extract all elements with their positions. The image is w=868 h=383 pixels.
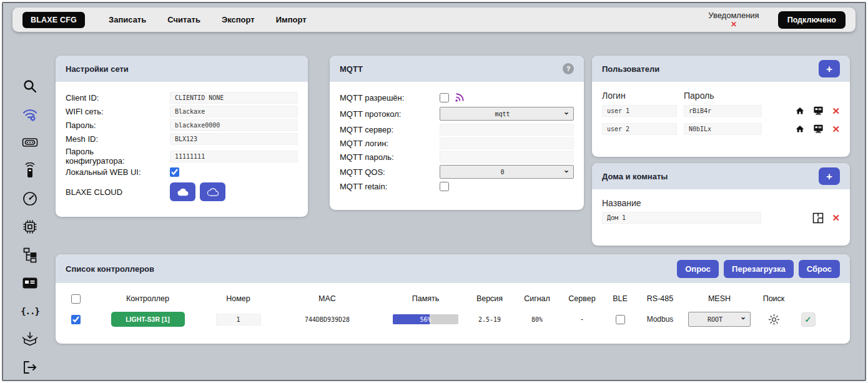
ble-checkbox[interactable] (616, 315, 625, 324)
poll-button[interactable]: Опрос (677, 260, 719, 278)
col-mac: MAC (268, 294, 387, 303)
password-column-header: Пароль (684, 91, 767, 101)
password-input[interactable] (170, 119, 298, 131)
mqtt-login-label: MQTT логин: (340, 139, 438, 148)
wifi-input[interactable] (170, 106, 298, 117)
network-settings-card: Настройки сети Client ID: WIFI сеть: Пар… (56, 56, 308, 217)
delete-user-icon[interactable]: ✕ (832, 124, 840, 134)
cfg-password-input[interactable] (170, 151, 298, 162)
monitor-icon[interactable] (813, 106, 824, 116)
mqtt-protocol-row: MQTT протокол: mqtt (340, 107, 574, 121)
client-id-input[interactable] (170, 92, 298, 104)
mesh-id-input[interactable] (170, 133, 298, 145)
add-home-button[interactable]: + (819, 167, 840, 185)
online-check-icon[interactable]: ✓ (801, 312, 816, 327)
mqtt-password-input[interactable] (440, 151, 574, 163)
monitor-icon[interactable] (813, 124, 824, 134)
mqtt-enabled-label: MQTT разрешён: (340, 93, 438, 102)
mqtt-qos-label: MQTT QOS: (340, 167, 438, 177)
logout-icon[interactable] (22, 359, 38, 376)
controller-row: LIGHT-S3R [1] 1 744DBD939D28 56% 2.5-19 … (64, 308, 841, 331)
main-menu: Записать Считать Экспорт Импорт (109, 15, 307, 24)
delete-user-icon[interactable]: ✕ (832, 106, 840, 116)
memory-progress-bar: 56% (393, 314, 458, 324)
floorplan-icon[interactable] (812, 212, 824, 224)
home-name-input[interactable] (602, 212, 761, 224)
wifi-label: WIFI сеть: (66, 107, 147, 116)
add-user-button[interactable]: + (819, 60, 840, 77)
col-server: Сервер (560, 294, 604, 303)
search-icon[interactable] (22, 78, 38, 94)
mqtt-login-row: MQTT логин: (340, 137, 574, 149)
homes-card-body: Название ✕ (592, 189, 850, 237)
user-row: ✕ (602, 104, 840, 117)
menu-item-read[interactable]: Считать (167, 15, 200, 24)
mesh-select[interactable]: ROOT (688, 312, 751, 327)
remote-control-icon[interactable] (22, 162, 38, 179)
brand-badge: BLAXE CFG (22, 12, 85, 28)
menu-item-write[interactable]: Записать (109, 15, 146, 24)
wifi-row: WIFI сеть: (66, 106, 298, 117)
device-tree-icon[interactable] (22, 247, 38, 263)
notifications-close-icon[interactable]: ✕ (731, 20, 737, 29)
reset-button[interactable]: Сброс (799, 260, 840, 278)
user-password-input[interactable] (684, 123, 762, 135)
network-card-body: Client ID: WIFI сеть: Пароль: Mesh ID: П… (56, 82, 308, 211)
memory-label: 56% (393, 314, 458, 324)
web-ui-checkbox[interactable] (170, 167, 179, 177)
mqtt-login-input[interactable] (440, 137, 574, 149)
homes-table-header: Название (602, 198, 840, 208)
chip-icon[interactable] (22, 219, 38, 235)
user-login-input[interactable] (602, 105, 677, 117)
menu-item-export[interactable]: Экспорт (222, 15, 255, 24)
name-column-header: Название (602, 198, 641, 208)
users-card-title: Пользователи (602, 64, 659, 74)
users-card: Пользователи + Логин Пароль ✕ (592, 56, 850, 157)
home-icon[interactable] (795, 124, 805, 134)
mqtt-retain-row: MQTT retain: (340, 182, 574, 191)
cloud-filled-icon (175, 187, 190, 197)
homes-card-title: Дома и комнаты (602, 172, 668, 181)
display-card-icon[interactable] (22, 275, 38, 291)
mqtt-password-row: MQTT пароль: (340, 151, 574, 163)
mqtt-retain-checkbox[interactable] (440, 182, 449, 191)
mqtt-server-input[interactable] (440, 124, 574, 136)
search-blink-icon[interactable] (768, 314, 780, 326)
wifi-settings-icon[interactable] (22, 106, 38, 122)
help-icon[interactable]: ? (563, 63, 574, 74)
select-all-checkbox[interactable] (71, 294, 81, 304)
menu-item-import[interactable]: Импорт (276, 15, 307, 24)
controller-signal: 80% (515, 316, 560, 323)
controllers-table-header: Контроллер Номер MAC Память Версия Сигна… (64, 289, 841, 308)
mqtt-protocol-label: MQTT протокол: (340, 109, 438, 119)
gauge-icon[interactable] (22, 191, 38, 207)
web-ui-row: Локальный WEB UI: (66, 167, 298, 177)
sidebar: {..} (19, 78, 41, 376)
col-signal: Сигнал (515, 294, 560, 303)
serial-port-icon[interactable] (22, 134, 38, 151)
controller-name-button[interactable]: LIGHT-S3R [1] (111, 312, 185, 327)
password-row: Пароль: (66, 119, 298, 131)
mqtt-retain-label: MQTT retain: (340, 182, 438, 191)
user-login-input[interactable] (602, 123, 677, 135)
mqtt-qos-select[interactable]: 0 (440, 165, 574, 179)
controller-number[interactable]: 1 (216, 314, 261, 326)
homes-card-header: Дома и комнаты + (592, 163, 850, 189)
col-rs485: RS-485 (636, 294, 684, 303)
cloud-filled-button[interactable] (170, 182, 195, 201)
firmware-box-icon[interactable] (22, 331, 38, 347)
mqtt-protocol-select[interactable]: mqtt (440, 107, 574, 121)
json-braces-icon[interactable]: {..} (22, 303, 38, 319)
mqtt-enabled-checkbox[interactable] (440, 93, 449, 102)
reboot-button[interactable]: Перезагрузка (724, 260, 794, 278)
top-bar: BLAXE CFG Записать Считать Экспорт Импор… (12, 7, 856, 32)
cloud-outline-button[interactable] (200, 182, 225, 201)
row-select-checkbox[interactable] (71, 315, 81, 324)
delete-home-icon[interactable]: ✕ (832, 213, 840, 222)
mqtt-server-row: MQTT сервер: (340, 124, 574, 136)
notifications: Уведомления ✕ (708, 11, 759, 29)
user-password-input[interactable] (684, 105, 762, 117)
col-mesh: MESH (684, 294, 754, 303)
controllers-table: Контроллер Номер MAC Память Версия Сигна… (56, 283, 850, 331)
home-icon[interactable] (795, 106, 805, 116)
